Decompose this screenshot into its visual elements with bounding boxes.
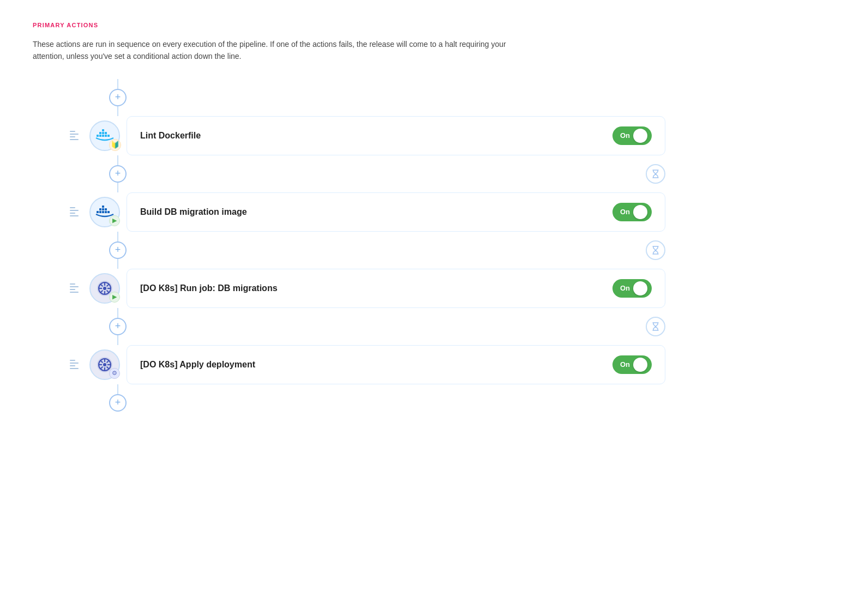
svg-rect-9: [97, 211, 99, 213]
svg-rect-17: [107, 211, 110, 213]
add-connector-2: +: [109, 232, 127, 269]
action-row-k8s-job: ▶ [DO K8s] Run job: DB migrations On: [65, 269, 665, 308]
connector-line: [117, 183, 118, 192]
action-name-k8s-deploy: [DO K8s] Apply deployment: [140, 360, 255, 370]
add-button-bottom[interactable]: +: [109, 394, 127, 412]
toggle-lint-dockerfile[interactable]: On: [612, 126, 652, 145]
toggle-knob-k8s-job: [633, 281, 647, 295]
delete-icon-wrapper-2: [646, 240, 665, 260]
badge-k8s-job: ▶: [109, 292, 120, 303]
connector-3: +: [65, 308, 665, 345]
toggle-label-lint-dockerfile: On: [620, 131, 630, 140]
badge-lint-dockerfile: 🔰: [109, 139, 121, 151]
badge-k8s-deploy: ⚙: [109, 368, 120, 379]
action-card-k8s-deploy: [DO K8s] Apply deployment On: [127, 345, 665, 384]
svg-rect-7: [105, 135, 107, 137]
toggle-build-db[interactable]: On: [612, 203, 652, 221]
toggle-label-k8s-job: On: [620, 284, 630, 292]
section-description: These actions are run in sequence on eve…: [33, 38, 524, 63]
action-icon-lint-dockerfile: 🔰: [89, 120, 120, 151]
toggle-knob-lint-dockerfile: [633, 129, 647, 143]
toggle-knob-build-db: [633, 205, 647, 219]
add-button-2[interactable]: +: [109, 241, 127, 259]
connector-line: [117, 308, 118, 318]
connector-1: +: [65, 155, 665, 192]
pipeline-list: +: [33, 79, 808, 412]
connector-line: [117, 232, 118, 241]
drag-handle-k8s-deploy[interactable]: [65, 355, 83, 373]
svg-rect-4: [102, 132, 104, 134]
drag-handle-k8s-job[interactable]: [65, 279, 83, 297]
connector-line: [117, 155, 118, 165]
drag-handle-lint-dockerfile[interactable]: [65, 126, 83, 144]
action-row-build-db: ▶ Build DB migration image On: [65, 192, 665, 232]
toggle-label-k8s-deploy: On: [620, 360, 630, 369]
svg-point-20: [103, 287, 106, 290]
action-row-lint-dockerfile: 🔰 Lint Dockerfile On: [65, 116, 665, 155]
connector-line: [117, 384, 118, 394]
svg-rect-16: [105, 211, 107, 213]
add-connector-0: +: [109, 79, 127, 116]
action-icon-k8s-job: ▶: [89, 273, 120, 304]
svg-point-31: [103, 363, 106, 366]
connector-2: +: [65, 232, 665, 269]
action-card-lint-dockerfile: Lint Dockerfile On: [127, 116, 665, 155]
svg-rect-15: [102, 206, 104, 208]
hourglass-icon-3: [651, 322, 660, 331]
hourglass-icon-2: [651, 245, 660, 255]
primary-actions-section: PRIMARY ACTIONS These actions are run in…: [33, 22, 808, 412]
svg-rect-12: [99, 208, 101, 210]
svg-rect-11: [102, 211, 104, 213]
delete-icon-wrapper-1: [646, 164, 665, 184]
action-row-k8s-deploy: ⚙ [DO K8s] Apply deployment On: [65, 345, 665, 384]
add-button-1[interactable]: +: [109, 165, 127, 183]
action-icon-k8s-deploy: ⚙: [89, 349, 120, 380]
action-name-k8s-job: [DO K8s] Run job: DB migrations: [140, 283, 278, 293]
action-card-k8s-job: [DO K8s] Run job: DB migrations On: [127, 269, 665, 308]
action-name-lint-dockerfile: Lint Dockerfile: [140, 131, 201, 141]
svg-rect-13: [102, 208, 104, 210]
svg-rect-10: [99, 211, 101, 213]
connector-line: [117, 106, 118, 116]
connector-line: [117, 335, 118, 345]
add-button-3[interactable]: +: [109, 318, 127, 335]
svg-rect-1: [99, 135, 101, 137]
action-icon-build-db: ▶: [89, 197, 120, 227]
svg-rect-2: [102, 135, 104, 137]
delete-button-1[interactable]: [646, 164, 665, 184]
add-button-0[interactable]: +: [109, 89, 127, 106]
svg-rect-8: [107, 135, 110, 137]
svg-rect-6: [102, 129, 104, 131]
drag-handle-build-db[interactable]: [65, 203, 83, 221]
hourglass-icon-1: [651, 169, 660, 179]
delete-button-2[interactable]: [646, 240, 665, 260]
connector-top: +: [65, 79, 665, 116]
toggle-k8s-deploy[interactable]: On: [612, 355, 652, 374]
connector-bottom: +: [65, 384, 665, 412]
svg-rect-5: [105, 132, 107, 134]
action-name-build-db: Build DB migration image: [140, 207, 247, 217]
toggle-label-build-db: On: [620, 208, 630, 216]
action-card-build-db: Build DB migration image On: [127, 192, 665, 232]
delete-icon-wrapper-3: [646, 317, 665, 336]
add-connector-1: +: [109, 155, 127, 192]
connector-line: [117, 79, 118, 89]
toggle-k8s-job[interactable]: On: [612, 279, 652, 298]
svg-rect-0: [97, 135, 99, 137]
delete-button-3[interactable]: [646, 317, 665, 336]
badge-build-db: ▶: [109, 215, 120, 226]
svg-rect-3: [99, 132, 101, 134]
add-connector-3: +: [109, 308, 127, 345]
connector-line: [117, 259, 118, 269]
section-label: PRIMARY ACTIONS: [33, 22, 808, 28]
svg-rect-14: [105, 208, 107, 210]
toggle-knob-k8s-deploy: [633, 358, 647, 372]
add-connector-bottom: +: [109, 384, 127, 412]
